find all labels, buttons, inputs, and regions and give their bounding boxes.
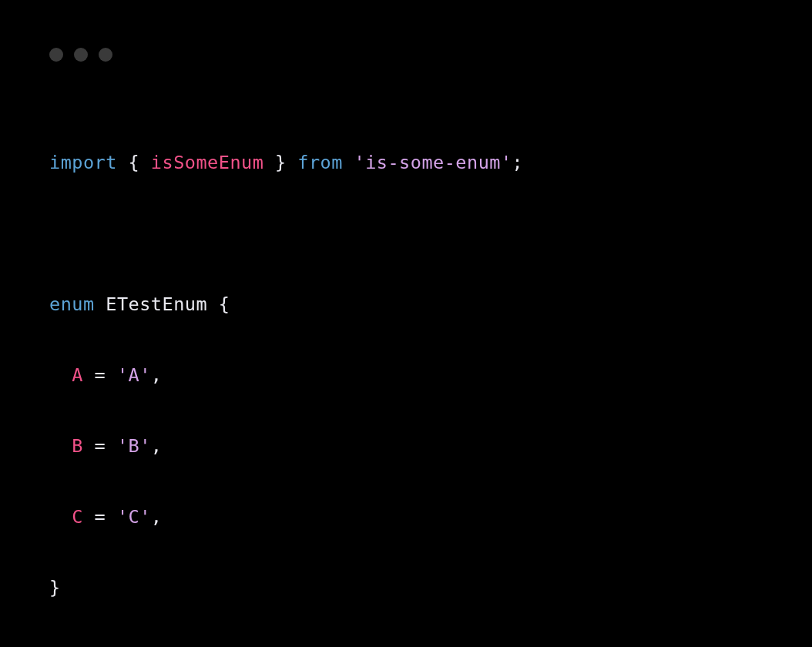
code-line: } [49,570,763,605]
brace-close: } [263,152,297,173]
comma: , [151,435,163,457]
brace-open: { [117,152,151,173]
string-literal: 'A' [117,364,151,386]
string-literal: 'B' [117,435,151,457]
keyword-import: import [49,152,117,173]
window-dot-close[interactable] [49,48,63,62]
code-line-empty [49,216,763,251]
enum-name: ETestEnum [106,293,207,315]
window-controls [49,48,763,62]
window-dot-minimize[interactable] [74,48,88,62]
enum-member: C [72,506,83,528]
string-literal: 'C' [117,506,151,528]
keyword-from: from [297,152,343,173]
equals: = [83,364,117,386]
code-block: import { isSomeEnum } from 'is-some-enum… [49,109,763,647]
code-line-empty [49,641,763,647]
window-dot-maximize[interactable] [99,48,112,62]
equals: = [83,435,117,457]
module-string: 'is-some-enum' [354,152,512,173]
comma: , [151,364,163,386]
brace-open: { [207,293,230,315]
code-window: import { isSomeEnum } from 'is-some-enum… [0,0,812,647]
brace-close: } [49,577,61,598]
enum-member: B [72,435,83,457]
keyword-enum: enum [49,293,95,315]
semicolon: ; [512,152,524,173]
code-line: A = 'A', [49,357,763,393]
code-line: import { isSomeEnum } from 'is-some-enum… [49,145,763,180]
enum-member: A [72,364,83,386]
comma: , [151,506,163,528]
code-line: enum ETestEnum { [49,287,763,322]
code-line: C = 'C', [49,499,763,535]
equals: = [83,506,117,528]
code-line: B = 'B', [49,428,763,464]
import-identifier: isSomeEnum [151,152,263,173]
